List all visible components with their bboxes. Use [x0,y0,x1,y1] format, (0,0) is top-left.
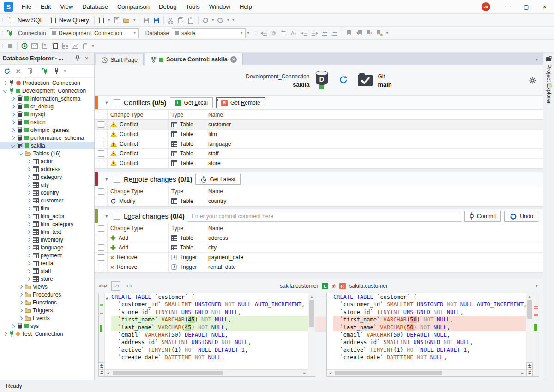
change-row-film[interactable]: Conflict Table film [95,130,543,139]
flag-icon[interactable] [344,28,354,38]
chevron-right-icon[interactable] [27,167,30,171]
chevron-right-icon[interactable] [11,128,15,131]
chevron-right-icon[interactable] [27,230,30,233]
chevron-right-icon[interactable] [3,332,7,335]
column-name[interactable]: Name [205,110,543,119]
history-icon[interactable] [19,41,30,51]
tree-item-inventory[interactable]: inventory [0,236,94,244]
chevron-right-icon[interactable] [27,159,30,163]
close-tab-icon[interactable]: ✕ [230,56,237,63]
change-row-store[interactable]: Conflict Table store [95,159,543,168]
indent-l-icon[interactable] [259,28,269,38]
refresh-icon[interactable] [2,66,12,76]
tree-item-rental[interactable]: rental [0,259,94,267]
user-avatar[interactable]: JS [482,2,490,11]
pin-icon[interactable] [73,54,82,63]
dropdown-caret[interactable]: ▼ [385,31,390,35]
column-name[interactable]: Name [205,223,543,233]
chevron-right-icon[interactable] [19,316,23,320]
row-checkbox[interactable] [98,235,104,241]
doc-gray-icon[interactable] [112,15,122,25]
chevron-down-icon[interactable] [11,143,15,147]
tree-item-store[interactable]: store [0,275,94,283]
collapse-caret-icon[interactable]: ▼ [103,214,110,219]
tree-item-procedures[interactable]: Procedures [0,291,94,298]
change-row-payment_date[interactable]: ×Remove Trigger payment_date [95,253,543,262]
chevron-right-icon[interactable] [27,253,30,257]
change-row-country[interactable]: Modify Table country [95,196,543,206]
dropdown-caret[interactable]: ▼ [211,18,216,22]
tree-item-performance-schema[interactable]: performance_schema [0,134,94,142]
menu-item-edit[interactable]: Edit [36,1,55,12]
tree-item-mysql[interactable]: mysql [0,110,94,118]
chevron-right-icon[interactable] [27,245,30,249]
tree-item-nation[interactable]: nation [0,118,94,126]
conflicts-select-all-checkbox[interactable] [114,99,120,106]
new-connection-icon[interactable] [40,66,50,76]
dropdown-caret[interactable]: ▼ [90,44,96,48]
copy-icon[interactable] [176,15,186,25]
tree-item-city[interactable]: city [0,181,94,189]
save-blue-icon[interactable] [151,15,162,25]
chevron-right-icon[interactable] [27,206,30,210]
flag-x-icon[interactable] [374,28,385,38]
column-change-type[interactable]: Change Type [108,110,169,119]
left-horizontal-scrollbar[interactable]: ◄► [105,369,308,376]
chevron-right-icon[interactable] [11,120,15,124]
indent-l-icon[interactable] [299,28,309,38]
column-type[interactable]: Type [169,186,205,196]
mail-icon[interactable] [30,41,40,51]
change-row-city[interactable]: ✚Add Table city [95,243,543,253]
tree-item-country[interactable]: country [0,189,94,196]
tree-item-triggers[interactable]: Triggers [0,306,94,314]
remote-select-all-checkbox[interactable] [114,176,120,183]
menu-item-comparison[interactable]: Comparison [113,1,154,12]
tree-item-actor[interactable]: actor [0,157,94,165]
menu-item-help[interactable]: Help [235,1,256,12]
collapse-caret-icon[interactable]: ▼ [103,101,110,105]
toolbar-grip[interactable] [0,14,5,26]
close-button[interactable]: × [536,0,554,13]
tree-item-film-actor[interactable]: film_actor [0,212,94,220]
chevron-right-icon[interactable] [19,285,23,288]
compare-options-icon[interactable]: ab⇄ [98,281,108,291]
cut-icon[interactable] [166,15,176,25]
toolbar-grip[interactable] [253,27,259,39]
collapse-caret-icon[interactable]: ▼ [103,177,110,182]
connection-select[interactable]: Development_Connection▼ [49,28,139,38]
tree-item-tables-16-[interactable]: Tables (16) [0,149,94,157]
menu-item-tools[interactable]: Tools [181,1,204,12]
column-type[interactable]: Type [169,110,205,119]
tree-item-film-category[interactable]: film_category [0,220,94,228]
at-icon[interactable]: @ [269,28,279,38]
tree-item-payment[interactable]: payment [0,251,94,259]
chevron-down-icon[interactable] [3,89,7,92]
get-local-button[interactable]: LGet Local [170,97,213,108]
new-query-button[interactable]: New Query [47,15,92,25]
indent-r-icon[interactable] [309,28,319,38]
menu-item-window[interactable]: Window [205,1,235,12]
grid4-icon[interactable] [60,41,70,51]
next-difference-button[interactable] [526,369,533,376]
commit-comment-input[interactable] [188,211,461,222]
right-horizontal-scrollbar[interactable]: ◄► [327,369,526,376]
tree-item-test-connection[interactable]: Test_Connection [0,330,94,338]
header-checkbox[interactable] [98,188,104,195]
change-row-language[interactable]: Conflict Table language [95,139,543,149]
tree-item-film[interactable]: film [0,204,94,212]
column-change-type[interactable]: Change Type [108,223,169,233]
word-compare-icon[interactable]: a·b [124,281,133,291]
tree-item-events[interactable]: Events [0,314,94,322]
tree-item-language[interactable]: language [0,244,94,251]
header-checkbox[interactable] [98,112,104,118]
chevron-right-icon[interactable] [27,269,30,273]
chevron-right-icon[interactable] [27,261,30,265]
chevron-right-icon[interactable] [11,112,15,116]
tree-item-olympic-games[interactable]: olympic_games [0,126,94,134]
chevron-right-icon[interactable] [11,96,15,100]
chevron-right-icon[interactable] [27,222,30,226]
undo-gray-icon[interactable] [200,15,211,25]
refresh-icon[interactable] [339,75,348,86]
get-latest-button[interactable]: Get Latest [195,174,240,185]
change-row-rental_date[interactable]: ×Remove Trigger rental_date [95,262,543,272]
